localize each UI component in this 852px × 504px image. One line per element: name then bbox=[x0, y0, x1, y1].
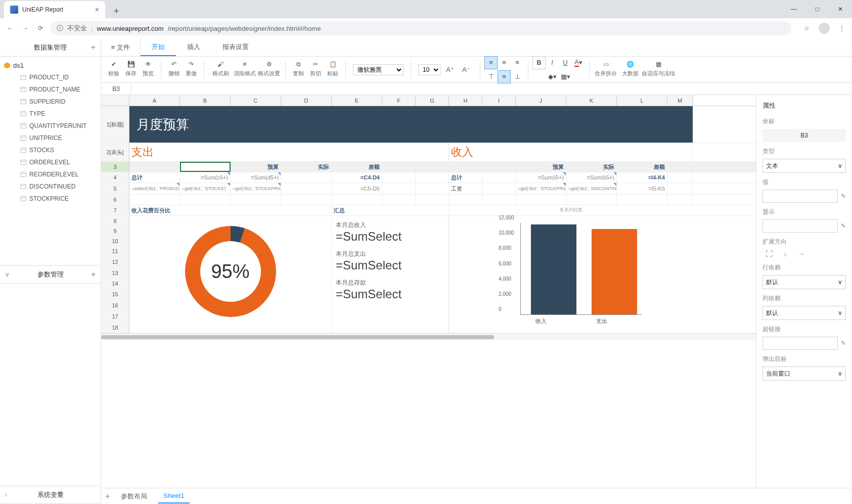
chevron-icon[interactable]: ∨ bbox=[5, 271, 10, 278]
dataset-field[interactable]: PRODUCT_ID bbox=[0, 71, 101, 83]
fontsize-select[interactable]: 10 bbox=[418, 64, 440, 75]
preview-button[interactable]: 👁预览 bbox=[140, 59, 157, 77]
cell[interactable] bbox=[667, 162, 693, 172]
cell[interactable]: 收入花费百分比 bbox=[129, 205, 332, 215]
save-button[interactable]: 💾保存 bbox=[122, 59, 140, 77]
browser-tab[interactable]: UniEAP Report × bbox=[4, 1, 105, 18]
freeze-button[interactable]: ▦自适应与冻结 bbox=[642, 59, 675, 77]
add-dataset-button[interactable]: + bbox=[91, 43, 96, 52]
cell[interactable] bbox=[667, 172, 693, 182]
menu-tab-2[interactable]: 报表设置 bbox=[211, 38, 260, 56]
cell[interactable]: =Sum(c5+) bbox=[180, 172, 231, 182]
horizontal-scrollbar[interactable] bbox=[101, 333, 756, 340]
cell[interactable] bbox=[482, 183, 516, 194]
nav-back-icon[interactable]: ← bbox=[5, 23, 15, 33]
cell[interactable] bbox=[617, 195, 667, 205]
cell[interactable] bbox=[416, 195, 449, 205]
row-header[interactable]: 8 bbox=[101, 216, 129, 226]
cell[interactable] bbox=[416, 172, 449, 182]
edit-icon[interactable]: ✎ bbox=[841, 222, 846, 230]
cell[interactable]: =I5-K5 bbox=[617, 183, 667, 194]
cell[interactable] bbox=[332, 195, 382, 205]
value-input[interactable] bbox=[763, 190, 838, 203]
rowdep-select[interactable]: 默认∨ bbox=[763, 275, 846, 289]
add-sheet-button[interactable]: + bbox=[105, 492, 110, 501]
cell[interactable] bbox=[180, 162, 231, 172]
cell[interactable] bbox=[382, 162, 416, 172]
link-input[interactable] bbox=[763, 337, 838, 350]
cell[interactable] bbox=[382, 172, 416, 182]
format-brush-button[interactable]: 🖌格式刷 bbox=[208, 59, 233, 77]
cell[interactable] bbox=[382, 195, 416, 205]
window-minimize-icon[interactable]: — bbox=[782, 0, 805, 18]
col-header[interactable]: I bbox=[482, 95, 516, 106]
valign-bottom-icon[interactable]: ⊥ bbox=[511, 70, 524, 83]
cell[interactable]: 总计 bbox=[449, 172, 482, 182]
fill-color-button[interactable]: ◆▾ bbox=[546, 70, 559, 83]
col-header[interactable]: H bbox=[449, 95, 482, 106]
row-header[interactable]: 9 bbox=[101, 226, 129, 236]
bookmark-star-icon[interactable]: ☆ bbox=[801, 23, 812, 33]
row-header[interactable]: 2[表头] bbox=[101, 143, 129, 161]
col-header[interactable]: M bbox=[667, 95, 693, 106]
col-header[interactable]: J bbox=[516, 95, 566, 106]
font-color-button[interactable]: A▾ bbox=[572, 56, 585, 69]
font-select[interactable]: 微软雅黑 bbox=[353, 64, 403, 75]
dataset-field[interactable]: DISCONTINUED bbox=[0, 180, 101, 193]
params-header[interactable]: ∨ 参数管理 + bbox=[0, 265, 101, 284]
cell[interactable]: 差额 bbox=[332, 162, 382, 172]
cell[interactable]: 总计 bbox=[129, 172, 180, 182]
merge-split-button[interactable]: ▭合并拆分 bbox=[594, 59, 618, 77]
dataset-field[interactable]: UNITPRICE bbox=[0, 132, 101, 144]
menu-tab-0[interactable]: 开始 bbox=[141, 38, 176, 56]
display-input[interactable] bbox=[763, 219, 838, 233]
cell[interactable]: 预算 bbox=[516, 162, 566, 172]
col-header[interactable]: F bbox=[382, 95, 416, 106]
cell[interactable] bbox=[516, 195, 566, 205]
row-header[interactable]: 18 bbox=[101, 322, 129, 333]
cell[interactable] bbox=[482, 162, 516, 172]
col-header[interactable]: G bbox=[416, 95, 449, 106]
dataset-field[interactable]: PRODUCT_NAME bbox=[0, 83, 101, 96]
row-header[interactable]: 17 bbox=[101, 311, 129, 322]
cell[interactable]: =C4-D4 bbox=[332, 172, 382, 182]
col-header[interactable]: D bbox=[281, 95, 332, 106]
coldep-select[interactable]: 默认∨ bbox=[763, 306, 846, 320]
paste-button[interactable]: 📋粘贴 bbox=[324, 59, 341, 77]
row-header[interactable]: 5 bbox=[101, 183, 129, 194]
cell[interactable] bbox=[416, 183, 449, 194]
row-header[interactable]: 16 bbox=[101, 300, 129, 311]
cell[interactable] bbox=[449, 195, 482, 205]
border-button[interactable]: ▦▾ bbox=[559, 70, 572, 83]
row-header[interactable]: 10 bbox=[101, 236, 129, 246]
cell[interactable]: =get('ds1', 'STOCKS') bbox=[180, 183, 231, 194]
cell[interactable] bbox=[281, 195, 332, 205]
cell[interactable] bbox=[129, 195, 180, 205]
profile-avatar-icon[interactable] bbox=[819, 23, 830, 34]
bigdata-button[interactable]: 🌐大数据 bbox=[618, 59, 642, 77]
align-left-icon[interactable]: ≡ bbox=[484, 56, 498, 69]
expand-right-icon[interactable]: → bbox=[797, 249, 806, 258]
valign-middle-icon[interactable]: ≡ bbox=[498, 70, 511, 83]
cell[interactable] bbox=[482, 195, 516, 205]
align-right-icon[interactable]: ≡ bbox=[511, 56, 524, 69]
cell[interactable]: 工资 bbox=[449, 183, 482, 194]
validate-button[interactable]: ✔校验 bbox=[105, 59, 122, 77]
cell[interactable]: =Sum(i5+) bbox=[516, 172, 566, 182]
bold-button[interactable]: B bbox=[532, 56, 546, 69]
col-header[interactable]: K bbox=[566, 95, 617, 106]
cell[interactable] bbox=[667, 183, 693, 194]
expand-none-icon[interactable]: ⛶ bbox=[765, 249, 774, 258]
dataset-field[interactable]: REORDERLEVEL bbox=[0, 168, 101, 180]
window-maximize-icon[interactable]: □ bbox=[805, 0, 829, 18]
cell[interactable] bbox=[566, 195, 617, 205]
cell[interactable]: =get('ds1', 'STOCKPRICE') bbox=[231, 183, 281, 194]
cut-button[interactable]: ✂剪切 bbox=[307, 59, 324, 77]
sheet-grid[interactable]: ABCDEFGHIJKLM 1[标题]月度预算2[表头]支出收入3预算实际差额预… bbox=[101, 95, 756, 488]
sysvars-header[interactable]: › 系统变量 bbox=[0, 486, 101, 504]
row-header[interactable]: 4 bbox=[101, 172, 129, 182]
cell[interactable] bbox=[416, 162, 449, 172]
expand-down-icon[interactable]: ↓ bbox=[781, 249, 790, 258]
cell[interactable] bbox=[281, 172, 332, 182]
dataset-field[interactable]: STOCKS bbox=[0, 144, 101, 156]
